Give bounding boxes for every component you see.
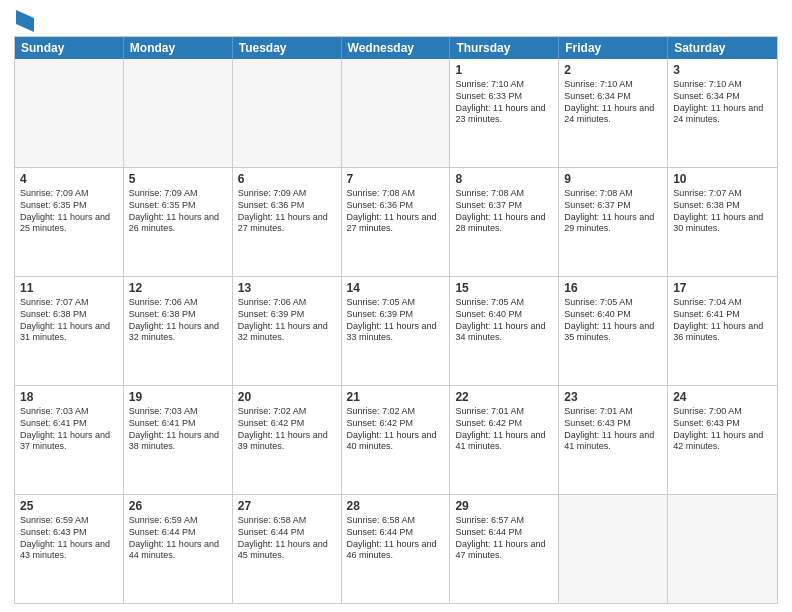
cell-info: Sunrise: 7:06 AMSunset: 6:38 PMDaylight:… xyxy=(129,297,227,344)
day-number: 24 xyxy=(673,389,772,405)
calendar-header-row: SundayMondayTuesdayWednesdayThursdayFrid… xyxy=(15,37,777,59)
cell-info: Sunrise: 7:03 AMSunset: 6:41 PMDaylight:… xyxy=(129,406,227,453)
day-number: 29 xyxy=(455,498,553,514)
calendar-cell-r2-c4: 15Sunrise: 7:05 AMSunset: 6:40 PMDayligh… xyxy=(450,277,559,385)
calendar-cell-r3-c3: 21Sunrise: 7:02 AMSunset: 6:42 PMDayligh… xyxy=(342,386,451,494)
day-number: 8 xyxy=(455,171,553,187)
cell-info: Sunrise: 6:58 AMSunset: 6:44 PMDaylight:… xyxy=(347,515,445,562)
cell-info: Sunrise: 7:08 AMSunset: 6:37 PMDaylight:… xyxy=(564,188,662,235)
cell-info: Sunrise: 7:07 AMSunset: 6:38 PMDaylight:… xyxy=(673,188,772,235)
day-number: 19 xyxy=(129,389,227,405)
cell-info: Sunrise: 7:05 AMSunset: 6:39 PMDaylight:… xyxy=(347,297,445,344)
cell-info: Sunrise: 7:02 AMSunset: 6:42 PMDaylight:… xyxy=(238,406,336,453)
calendar-cell-r0-c3 xyxy=(342,59,451,167)
cell-info: Sunrise: 7:08 AMSunset: 6:37 PMDaylight:… xyxy=(455,188,553,235)
cell-info: Sunrise: 7:04 AMSunset: 6:41 PMDaylight:… xyxy=(673,297,772,344)
day-number: 20 xyxy=(238,389,336,405)
calendar-cell-r3-c2: 20Sunrise: 7:02 AMSunset: 6:42 PMDayligh… xyxy=(233,386,342,494)
svg-marker-0 xyxy=(16,10,34,32)
calendar-row-2: 11Sunrise: 7:07 AMSunset: 6:38 PMDayligh… xyxy=(15,276,777,385)
calendar-cell-r4-c0: 25Sunrise: 6:59 AMSunset: 6:43 PMDayligh… xyxy=(15,495,124,603)
day-number: 21 xyxy=(347,389,445,405)
header-cell-sunday: Sunday xyxy=(15,37,124,59)
header-cell-wednesday: Wednesday xyxy=(342,37,451,59)
calendar-cell-r1-c0: 4Sunrise: 7:09 AMSunset: 6:35 PMDaylight… xyxy=(15,168,124,276)
logo-icon xyxy=(16,10,34,32)
day-number: 13 xyxy=(238,280,336,296)
calendar-cell-r1-c1: 5Sunrise: 7:09 AMSunset: 6:35 PMDaylight… xyxy=(124,168,233,276)
day-number: 5 xyxy=(129,171,227,187)
cell-info: Sunrise: 7:08 AMSunset: 6:36 PMDaylight:… xyxy=(347,188,445,235)
cell-info: Sunrise: 6:58 AMSunset: 6:44 PMDaylight:… xyxy=(238,515,336,562)
calendar-cell-r0-c5: 2Sunrise: 7:10 AMSunset: 6:34 PMDaylight… xyxy=(559,59,668,167)
cell-info: Sunrise: 6:59 AMSunset: 6:43 PMDaylight:… xyxy=(20,515,118,562)
calendar-body: 1Sunrise: 7:10 AMSunset: 6:33 PMDaylight… xyxy=(15,59,777,603)
day-number: 7 xyxy=(347,171,445,187)
cell-info: Sunrise: 7:06 AMSunset: 6:39 PMDaylight:… xyxy=(238,297,336,344)
calendar-cell-r1-c6: 10Sunrise: 7:07 AMSunset: 6:38 PMDayligh… xyxy=(668,168,777,276)
header-cell-thursday: Thursday xyxy=(450,37,559,59)
day-number: 16 xyxy=(564,280,662,296)
day-number: 9 xyxy=(564,171,662,187)
cell-info: Sunrise: 7:05 AMSunset: 6:40 PMDaylight:… xyxy=(564,297,662,344)
header-cell-monday: Monday xyxy=(124,37,233,59)
calendar-cell-r1-c2: 6Sunrise: 7:09 AMSunset: 6:36 PMDaylight… xyxy=(233,168,342,276)
cell-info: Sunrise: 7:00 AMSunset: 6:43 PMDaylight:… xyxy=(673,406,772,453)
day-number: 26 xyxy=(129,498,227,514)
day-number: 17 xyxy=(673,280,772,296)
calendar-cell-r3-c0: 18Sunrise: 7:03 AMSunset: 6:41 PMDayligh… xyxy=(15,386,124,494)
day-number: 14 xyxy=(347,280,445,296)
cell-info: Sunrise: 6:59 AMSunset: 6:44 PMDaylight:… xyxy=(129,515,227,562)
header-cell-tuesday: Tuesday xyxy=(233,37,342,59)
page: SundayMondayTuesdayWednesdayThursdayFrid… xyxy=(0,0,792,612)
calendar-cell-r4-c5 xyxy=(559,495,668,603)
calendar-cell-r4-c3: 28Sunrise: 6:58 AMSunset: 6:44 PMDayligh… xyxy=(342,495,451,603)
day-number: 6 xyxy=(238,171,336,187)
cell-info: Sunrise: 7:03 AMSunset: 6:41 PMDaylight:… xyxy=(20,406,118,453)
calendar-cell-r2-c3: 14Sunrise: 7:05 AMSunset: 6:39 PMDayligh… xyxy=(342,277,451,385)
calendar-cell-r0-c0 xyxy=(15,59,124,167)
cell-info: Sunrise: 6:57 AMSunset: 6:44 PMDaylight:… xyxy=(455,515,553,562)
cell-info: Sunrise: 7:10 AMSunset: 6:33 PMDaylight:… xyxy=(455,79,553,126)
cell-info: Sunrise: 7:10 AMSunset: 6:34 PMDaylight:… xyxy=(564,79,662,126)
header-cell-friday: Friday xyxy=(559,37,668,59)
calendar-cell-r1-c5: 9Sunrise: 7:08 AMSunset: 6:37 PMDaylight… xyxy=(559,168,668,276)
day-number: 12 xyxy=(129,280,227,296)
calendar-row-0: 1Sunrise: 7:10 AMSunset: 6:33 PMDaylight… xyxy=(15,59,777,167)
cell-info: Sunrise: 7:09 AMSunset: 6:35 PMDaylight:… xyxy=(20,188,118,235)
calendar-cell-r2-c0: 11Sunrise: 7:07 AMSunset: 6:38 PMDayligh… xyxy=(15,277,124,385)
day-number: 15 xyxy=(455,280,553,296)
cell-info: Sunrise: 7:09 AMSunset: 6:35 PMDaylight:… xyxy=(129,188,227,235)
calendar-cell-r1-c3: 7Sunrise: 7:08 AMSunset: 6:36 PMDaylight… xyxy=(342,168,451,276)
calendar-cell-r0-c2 xyxy=(233,59,342,167)
header-cell-saturday: Saturday xyxy=(668,37,777,59)
calendar-cell-r1-c4: 8Sunrise: 7:08 AMSunset: 6:37 PMDaylight… xyxy=(450,168,559,276)
header xyxy=(14,10,778,32)
day-number: 1 xyxy=(455,62,553,78)
calendar-cell-r4-c2: 27Sunrise: 6:58 AMSunset: 6:44 PMDayligh… xyxy=(233,495,342,603)
day-number: 23 xyxy=(564,389,662,405)
calendar-cell-r2-c2: 13Sunrise: 7:06 AMSunset: 6:39 PMDayligh… xyxy=(233,277,342,385)
calendar-row-4: 25Sunrise: 6:59 AMSunset: 6:43 PMDayligh… xyxy=(15,494,777,603)
cell-info: Sunrise: 7:07 AMSunset: 6:38 PMDaylight:… xyxy=(20,297,118,344)
day-number: 11 xyxy=(20,280,118,296)
cell-info: Sunrise: 7:01 AMSunset: 6:43 PMDaylight:… xyxy=(564,406,662,453)
cell-info: Sunrise: 7:10 AMSunset: 6:34 PMDaylight:… xyxy=(673,79,772,126)
calendar-cell-r3-c4: 22Sunrise: 7:01 AMSunset: 6:42 PMDayligh… xyxy=(450,386,559,494)
calendar-cell-r2-c5: 16Sunrise: 7:05 AMSunset: 6:40 PMDayligh… xyxy=(559,277,668,385)
cell-info: Sunrise: 7:01 AMSunset: 6:42 PMDaylight:… xyxy=(455,406,553,453)
calendar-cell-r3-c1: 19Sunrise: 7:03 AMSunset: 6:41 PMDayligh… xyxy=(124,386,233,494)
logo xyxy=(14,10,34,32)
calendar-cell-r3-c5: 23Sunrise: 7:01 AMSunset: 6:43 PMDayligh… xyxy=(559,386,668,494)
day-number: 2 xyxy=(564,62,662,78)
calendar: SundayMondayTuesdayWednesdayThursdayFrid… xyxy=(14,36,778,604)
cell-info: Sunrise: 7:09 AMSunset: 6:36 PMDaylight:… xyxy=(238,188,336,235)
cell-info: Sunrise: 7:02 AMSunset: 6:42 PMDaylight:… xyxy=(347,406,445,453)
cell-info: Sunrise: 7:05 AMSunset: 6:40 PMDaylight:… xyxy=(455,297,553,344)
day-number: 4 xyxy=(20,171,118,187)
day-number: 10 xyxy=(673,171,772,187)
day-number: 27 xyxy=(238,498,336,514)
calendar-cell-r0-c1 xyxy=(124,59,233,167)
day-number: 22 xyxy=(455,389,553,405)
calendar-cell-r2-c1: 12Sunrise: 7:06 AMSunset: 6:38 PMDayligh… xyxy=(124,277,233,385)
